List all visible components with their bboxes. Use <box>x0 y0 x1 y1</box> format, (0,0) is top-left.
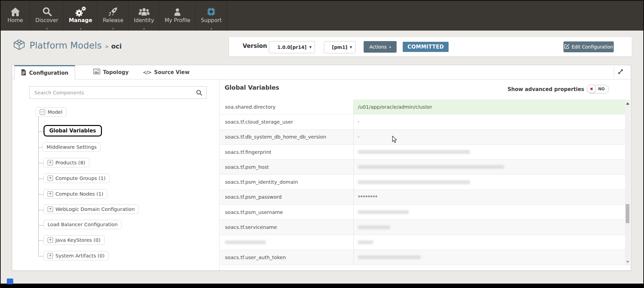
page-title: Platform Models <box>30 40 102 51</box>
property-value[interactable]: /u01/app/oracle/admin/cluster <box>353 100 625 114</box>
table-row[interactable]: soacs.tf.psm_host <box>220 160 625 175</box>
tree-connector <box>38 210 44 210</box>
expand-icon[interactable]: + <box>48 206 53 212</box>
nav-label: Manage <box>69 17 92 23</box>
tree-node-products[interactable]: + Products (8) <box>43 158 89 167</box>
tree-node-middleware-settings[interactable]: Middleware Settings <box>42 142 101 152</box>
redacted-value-blur <box>358 165 504 169</box>
table-row[interactable]: soacs.tf.cloud_storage_user <box>220 114 625 129</box>
search-components-input[interactable] <box>30 87 206 98</box>
home-icon <box>10 3 21 17</box>
section-title: Global Variables <box>225 84 279 91</box>
property-value[interactable] <box>353 220 625 234</box>
tree-node-compute-groups[interactable]: + Compute Groups (1) <box>43 174 110 183</box>
property-value[interactable]: ******** <box>353 190 625 204</box>
table-row[interactable]: soacs.tf.psm_password ******** <box>220 190 625 205</box>
tab-label: Configuration <box>29 70 68 76</box>
search-icon[interactable] <box>196 90 202 97</box>
chevron-down-icon: ▾ <box>46 27 48 31</box>
tree-node-system-artifacts[interactable]: + System Artifacts (0) <box>43 251 109 260</box>
actions-button[interactable]: Actions ▾ <box>364 41 397 53</box>
table-row[interactable]: soacs.tf.user_auth_token <box>220 250 625 265</box>
property-value[interactable] <box>353 250 625 265</box>
search-components-box <box>29 86 207 99</box>
vertical-scrollbar[interactable] <box>625 100 630 265</box>
expand-icon[interactable]: + <box>48 253 53 258</box>
nav-item-identity[interactable]: Identity ▾ <box>129 1 159 31</box>
redacted-value-blur <box>358 240 373 244</box>
tab-configuration[interactable]: Configuration <box>14 65 75 79</box>
property-name: soacs.tf.servicename <box>220 220 353 234</box>
life-ring-icon <box>206 3 216 17</box>
table-row[interactable]: soa.shared.directory /u01/app/oracle/adm… <box>220 100 625 114</box>
tab-topology[interactable]: Topology <box>93 65 129 79</box>
nav-item-my-profile[interactable]: My Profile <box>159 1 196 31</box>
tab-source-view[interactable]: </> Source View <box>143 65 190 79</box>
tree-connector <box>38 240 44 241</box>
version-select-value: 1.0.0[pr14] <box>277 44 307 50</box>
tree-node-model[interactable]: − Model <box>36 107 67 117</box>
advanced-properties-control: Show advanced properties ✖ NO <box>508 85 609 93</box>
advanced-properties-label: Show advanced properties <box>508 86 585 92</box>
expand-diagonal-icon <box>617 68 624 76</box>
expand-icon[interactable]: + <box>48 191 53 197</box>
property-value[interactable] <box>353 114 625 129</box>
app-window: Home Discover ▾ <box>0 0 644 288</box>
bottom-black-bar <box>1 284 643 288</box>
tree-node-label: Products (8) <box>55 160 85 165</box>
edit-configuration-button[interactable]: Edit Configuration <box>563 41 614 52</box>
version-select[interactable]: 1.0.0[pr14] ▼ <box>269 41 315 53</box>
property-name: soacs.tf.cloud_storage_user <box>220 114 353 129</box>
nav-label: Discover <box>35 17 58 23</box>
toggle-state-label: NO <box>598 85 605 93</box>
tree-connector <box>38 256 44 256</box>
tree-node-label: WebLogic Domain Configuration <box>55 206 135 212</box>
property-name: soacs.tf.psm_identity_domain <box>220 175 353 189</box>
nav-item-discover[interactable]: Discover ▾ <box>30 1 64 31</box>
property-value[interactable] <box>353 160 625 174</box>
table-row[interactable] <box>220 235 625 250</box>
tree-node-java-keystores[interactable]: + Java KeyStores (0) <box>43 235 105 245</box>
property-value[interactable] <box>353 175 625 189</box>
property-value[interactable] <box>353 205 625 219</box>
tree-node-label: Compute Groups (1) <box>55 176 106 181</box>
nav-item-home[interactable]: Home <box>1 1 30 31</box>
expand-icon[interactable]: + <box>48 237 53 243</box>
scroll-up-arrow[interactable] <box>626 103 629 105</box>
tree-node-global-variables[interactable]: Global Variables <box>43 125 102 137</box>
property-value[interactable] <box>353 145 625 159</box>
tree-node-label: Load Balancer Configuration <box>48 222 118 227</box>
tree-connector <box>38 131 44 132</box>
advanced-properties-toggle[interactable]: ✖ NO <box>587 85 609 93</box>
table-row[interactable]: soacs.tf.fingerprint <box>220 145 625 160</box>
property-name: soacs.tf.psm_host <box>220 160 353 174</box>
table-row[interactable]: soacs.tf.servicename <box>220 220 625 235</box>
tree-node-load-balancer-configuration[interactable]: Load Balancer Configuration <box>43 220 122 229</box>
property-value[interactable] <box>353 235 625 250</box>
tree-node-weblogic-domain-configuration[interactable]: + WebLogic Domain Configuration <box>43 204 139 214</box>
scrollbar-thumb[interactable] <box>626 204 629 223</box>
scroll-down-arrow[interactable] <box>626 261 629 263</box>
expand-panel-button[interactable] <box>614 67 627 78</box>
table-row[interactable]: soacs.tf.db_system_db_home_db_version <box>220 130 625 145</box>
person-icon <box>172 3 182 17</box>
table-row[interactable]: soacs.tf.psm_username <box>220 205 625 220</box>
expand-icon[interactable]: + <box>48 160 53 165</box>
image-icon <box>93 69 100 76</box>
revision-select[interactable]: [pm1] ▼ <box>324 41 355 53</box>
tree-node-label: Global Variables <box>49 128 96 134</box>
redacted-value-blur <box>358 255 421 259</box>
collapse-icon[interactable]: − <box>40 109 45 115</box>
toggle-knob[interactable]: ✖ <box>587 84 596 93</box>
table-row[interactable]: soacs.tf.psm_identity_domain <box>220 175 625 190</box>
tree-node-label: Middleware Settings <box>47 144 97 150</box>
tree-node-compute-nodes[interactable]: + Compute Nodes (1) <box>43 189 107 199</box>
expand-icon[interactable]: + <box>48 176 53 181</box>
panel-divider <box>219 79 220 270</box>
nav-item-support[interactable]: Support ▾ <box>196 1 227 31</box>
nav-item-release[interactable]: Release ▾ <box>98 1 129 31</box>
nav-label: Identity <box>134 17 154 23</box>
property-name: soacs.tf.user_auth_token <box>220 250 353 265</box>
nav-item-manage[interactable]: Manage ▾ <box>64 1 98 31</box>
redacted-value-blur <box>358 121 359 123</box>
